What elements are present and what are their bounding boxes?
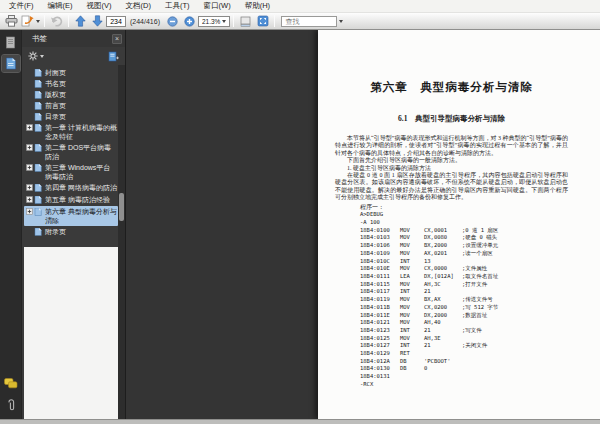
- bookmark-expander[interactable]: [26, 183, 34, 193]
- export-document-icon: [21, 15, 34, 27]
- code-line: 18B4:0125MOVAH,3E: [360, 335, 568, 343]
- bookmark-item[interactable]: 第一章 计算机病毒的概念及特征: [24, 122, 118, 142]
- bookmark-gutter: [26, 112, 34, 113]
- bookmark-item[interactable]: 前言页: [24, 100, 118, 111]
- menu-item[interactable]: 帮助(H): [238, 0, 277, 12]
- attachments-panel-button[interactable]: [2, 396, 20, 413]
- print-button[interactable]: [4, 14, 19, 28]
- code-line: -RCX: [360, 381, 568, 389]
- bookmark-expander[interactable]: [26, 195, 34, 205]
- bookmark-gutter: [26, 90, 34, 91]
- bookmark-label: 第五章 病毒防治经验: [45, 195, 117, 204]
- bookmark-item[interactable]: 封面页: [24, 67, 118, 78]
- gear-icon: [28, 51, 38, 61]
- expander-plus-icon[interactable]: [26, 196, 33, 203]
- bookmark-page-icon: [34, 101, 42, 110]
- bookmark-label: 书名页: [45, 79, 117, 88]
- scrolling-mode-button[interactable]: [238, 14, 253, 28]
- code-line: 18B4:010CINT13: [360, 258, 568, 266]
- pdf-reader-window: 文件(F)编辑(E)视图(V)文档(D)工具(T)窗口(W)帮助(H) (244…: [0, 0, 600, 424]
- export-button[interactable]: [21, 14, 40, 28]
- menu-item[interactable]: 视图(V): [80, 0, 119, 12]
- bookmark-item[interactable]: 目录页: [24, 111, 118, 122]
- bookmark-item[interactable]: 第二章 DOS平台病毒防治: [24, 142, 118, 162]
- bookmark-item[interactable]: 附录页: [24, 226, 118, 237]
- bookmark-label: 封面页: [45, 68, 117, 77]
- expander-plus-icon[interactable]: [26, 144, 33, 151]
- bookmark-label: 第三章 Windows平台病毒防治: [45, 163, 117, 181]
- code-line: 18B4:0109MOVAX,0201;读一个扇区: [360, 250, 568, 258]
- code-line: 18B4:0129RET: [360, 350, 568, 358]
- code-line: 18B4:0127INT21;关闭文件: [360, 342, 568, 350]
- bookmarks-icon: [5, 57, 17, 70]
- code-listing: 程序一： A>DEBUG-A 10018B4:0100MOVCX,0001;0 …: [360, 204, 568, 389]
- bookmark-item[interactable]: 书名页: [24, 78, 118, 89]
- close-panel-button[interactable]: ×: [112, 34, 122, 44]
- bookmark-item[interactable]: 版权页: [24, 89, 118, 100]
- bookmark-label: 版权页: [45, 90, 117, 99]
- bookmark-label: 第二章 DOS平台病毒防治: [45, 143, 117, 161]
- document-canvas[interactable]: 第六章 典型病毒分析与清除 6.1 典型引导型病毒分析与清除 本节将从“引导型”…: [126, 30, 600, 419]
- bookmark-page-icon: [34, 227, 42, 236]
- previous-view-button[interactable]: [49, 14, 64, 28]
- goto-current-bookmark-button[interactable]: [108, 51, 119, 62]
- bookmark-page-icon: [34, 90, 42, 99]
- scrollbar-thumb[interactable]: [119, 193, 124, 221]
- down-arrow-icon: [92, 15, 103, 27]
- bookmark-item[interactable]: 第四章 网络病毒的防治: [24, 182, 118, 194]
- paragraph: 在硬盘 0 道 0 面 1 扇区存放着硬盘的主引导程序，其内容包括硬盘启动引导程…: [335, 172, 568, 202]
- pages-panel-button[interactable]: [2, 34, 20, 51]
- bookmark-item[interactable]: 第六章 典型病毒分析与清除: [24, 206, 118, 226]
- bookmark-page-icon: [34, 143, 42, 152]
- previous-page-button[interactable]: [73, 14, 88, 28]
- menu-item[interactable]: 窗口(W): [197, 0, 238, 12]
- current-bookmark-icon: [108, 51, 119, 62]
- bookmark-page-icon: [34, 207, 42, 216]
- menu-item[interactable]: 编辑(E): [41, 0, 80, 12]
- menu-bar: 文件(F)编辑(E)视图(V)文档(D)工具(T)窗口(W)帮助(H): [0, 0, 600, 13]
- bookmark-expander[interactable]: [26, 207, 34, 217]
- expander-plus-icon[interactable]: [26, 124, 33, 131]
- next-page-button[interactable]: [90, 14, 105, 28]
- menu-item[interactable]: 文档(D): [119, 0, 158, 12]
- menu-item[interactable]: 文件(F): [2, 0, 41, 12]
- toolbar: (244/416) 21.3%: [0, 13, 600, 30]
- find-input[interactable]: [282, 18, 336, 25]
- bookmark-expander[interactable]: [26, 143, 34, 153]
- zoom-out-icon: [167, 16, 178, 27]
- expander-plus-icon[interactable]: [26, 184, 33, 191]
- bookmark-label: 前言页: [45, 101, 117, 110]
- find-caret-icon: [339, 20, 343, 23]
- bookmarks-panel-title: 书签: [32, 34, 47, 44]
- page-number-input[interactable]: [106, 16, 126, 27]
- code-line: 18B4:0117INT21: [360, 288, 568, 296]
- zoom-out-button[interactable]: [165, 14, 180, 28]
- code-line: 18B4:012ADB'PCBOOT': [360, 358, 568, 366]
- bookmark-gutter: [26, 79, 34, 80]
- expander-plus-icon[interactable]: [26, 164, 33, 171]
- bookmarks-panel-button[interactable]: [2, 55, 20, 72]
- pdf-page: 第六章 典型病毒分析与清除 6.1 典型引导型病毒分析与清除 本节将从“引导型”…: [318, 30, 600, 419]
- code-line: 18B4:0103MOVDX,0080;硬盘 0 磁头: [360, 234, 568, 242]
- fullscreen-button[interactable]: [255, 14, 270, 28]
- bookmark-page-icon: [34, 183, 42, 192]
- bookmark-options-button[interactable]: [28, 51, 44, 61]
- expander-plus-icon[interactable]: [26, 208, 33, 215]
- options-caret-icon: [40, 55, 44, 58]
- bookmark-label: 第一章 计算机病毒的概念及特征: [45, 123, 117, 141]
- menu-item[interactable]: 工具(T): [158, 0, 197, 12]
- bookmark-expander[interactable]: [26, 163, 34, 173]
- zoom-level-select[interactable]: 21.3%: [198, 16, 230, 27]
- toolbar-separator: [68, 15, 69, 27]
- bookmark-page-icon: [34, 79, 42, 88]
- bookmark-item[interactable]: 第五章 病毒防治经验: [24, 194, 118, 206]
- code-line: 18B4:0121MOVAH,40: [360, 319, 568, 327]
- comments-icon: [4, 378, 18, 389]
- bookmark-expander[interactable]: [26, 123, 34, 133]
- zoom-in-button[interactable]: [182, 14, 197, 28]
- fullscreen-arrows-icon: [257, 15, 269, 27]
- bookmarks-scrollbar[interactable]: [118, 65, 125, 419]
- code-line: -A 100: [360, 219, 568, 227]
- comments-panel-button[interactable]: [2, 375, 20, 392]
- bookmark-item[interactable]: 第三章 Windows平台病毒防治: [24, 162, 118, 182]
